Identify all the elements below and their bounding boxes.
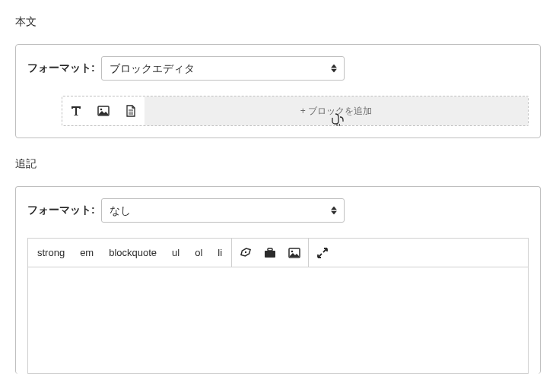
- link-icon: [239, 246, 253, 260]
- body-panel: フォーマット: ブロックエディタ: [15, 44, 541, 138]
- svg-line-6: [339, 124, 340, 126]
- extra-editor-textarea[interactable]: [27, 267, 529, 374]
- ol-button[interactable]: ol: [192, 247, 205, 258]
- add-block-button[interactable]: + ブロックを追加: [145, 96, 528, 125]
- fullscreen-button[interactable]: [315, 245, 330, 261]
- svg-point-1: [100, 109, 103, 111]
- ul-button[interactable]: ul: [169, 247, 183, 258]
- body-format-select-wrap: ブロックエディタ: [101, 56, 345, 81]
- toolbar-expand-group: [309, 239, 336, 267]
- text-icon: [70, 105, 82, 117]
- add-block-label: + ブロックを追加: [300, 105, 372, 118]
- block-tools: [62, 96, 145, 125]
- insert-image-button[interactable]: [287, 245, 302, 261]
- image-icon: [97, 105, 110, 117]
- svg-rect-9: [268, 248, 272, 251]
- file-icon: [125, 105, 137, 117]
- body-format-row: フォーマット: ブロックエディタ: [27, 56, 529, 81]
- extra-format-label: フォーマット:: [27, 204, 95, 217]
- briefcase-icon: [263, 246, 277, 260]
- svg-rect-8: [265, 251, 275, 258]
- extra-format-select[interactable]: なし: [101, 198, 345, 223]
- asset-button[interactable]: [262, 245, 278, 261]
- text-block-button[interactable]: [62, 96, 90, 125]
- extra-format-select-wrap: なし: [101, 198, 345, 223]
- body-format-select[interactable]: ブロックエディタ: [101, 56, 345, 81]
- strong-button[interactable]: strong: [34, 247, 68, 258]
- extra-format-row: フォーマット: なし: [27, 198, 529, 223]
- rich-text-toolbar: strong em blockquote ul ol li: [27, 238, 529, 267]
- li-button[interactable]: li: [214, 247, 225, 258]
- file-block-button[interactable]: [117, 96, 145, 125]
- extra-panel: フォーマット: なし strong em blockquote ul ol li: [15, 186, 541, 374]
- image-icon: [288, 246, 301, 260]
- extra-heading: 追記: [15, 157, 541, 171]
- image-block-button[interactable]: [90, 96, 117, 125]
- toolbar-media-group: [232, 239, 309, 267]
- body-format-label: フォーマット:: [27, 62, 95, 75]
- link-button[interactable]: [238, 245, 253, 261]
- em-button[interactable]: em: [77, 247, 97, 258]
- svg-point-11: [291, 250, 294, 252]
- body-heading: 本文: [15, 15, 541, 29]
- expand-icon: [316, 247, 329, 259]
- svg-point-7: [245, 251, 246, 252]
- blockquote-button[interactable]: blockquote: [106, 247, 160, 258]
- block-insert-row: + ブロックを追加: [62, 96, 529, 126]
- toolbar-text-group: strong em blockquote ul ol li: [28, 239, 232, 267]
